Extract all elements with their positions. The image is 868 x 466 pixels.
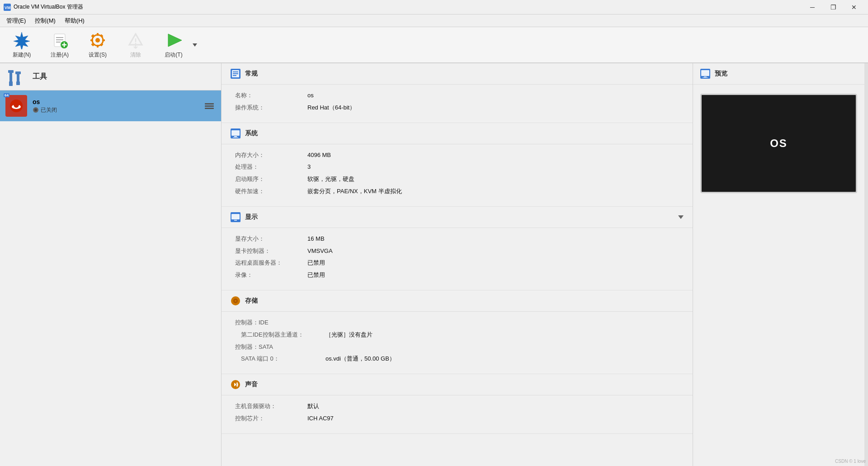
detail-label: 主机音频驱动： — [235, 402, 307, 411]
detail-value: 3 — [307, 162, 311, 172]
section-sound-header: 声音 — [222, 374, 693, 395]
svg-rect-27 — [9, 81, 13, 86]
section-system-body: 内存大小： 4096 MB 处理器： 3 启动顺序： 软驱，光驱，硬盘 硬件加速… — [222, 144, 693, 206]
section-sound-body: 主机音频驱动： 默认 控制芯片： ICH AC97 — [222, 395, 693, 433]
vm-os-icon — [9, 99, 23, 113]
start-dropdown-button[interactable] — [192, 29, 198, 61]
detail-row: 主机音频驱动： 默认 — [235, 402, 679, 411]
preview-screen-text: OS — [770, 137, 788, 150]
section-storage-body: 控制器：IDE 第二IDE控制器主通道： ［光驱］没有盘片 控制器：SATA S… — [222, 312, 693, 374]
detail-value: ICH AC97 — [307, 414, 334, 423]
section-display-title: 显示 — [245, 213, 258, 221]
detail-row: 远程桌面服务器： 已禁用 — [235, 258, 679, 268]
start-icon — [165, 31, 183, 49]
detail-row: 内存大小： 4096 MB — [235, 151, 679, 160]
toolbar-new-button[interactable]: 新建(N) — [4, 29, 40, 61]
section-display: 显示 显存大小： 16 MB 显卡控制器： VMSVGA 远程桌面服务器： — [222, 207, 693, 290]
toolbar-settings-label: 设置(S) — [89, 51, 107, 59]
section-general-title: 常规 — [245, 70, 258, 78]
detail-label: 处理器： — [235, 162, 307, 172]
toolbar-start-button[interactable]: 启动(T) — [156, 29, 192, 61]
svg-point-36 — [13, 102, 20, 105]
tools-icon — [7, 68, 27, 86]
detail-row: 操作系统： Red Hat（64-bit） — [235, 103, 679, 113]
vm-menu-icon[interactable] — [203, 101, 216, 111]
maximize-button[interactable]: ❐ — [823, 0, 844, 14]
svg-rect-45 — [231, 130, 240, 136]
detail-value: VMSVGA — [307, 247, 333, 256]
svg-rect-43 — [233, 75, 236, 76]
detail-label: 内存大小： — [235, 151, 307, 160]
vm-item-os[interactable]: 64 os 已关闭 — [0, 90, 221, 121]
svg-rect-56 — [701, 70, 709, 76]
section-display-header: 显示 — [222, 207, 693, 228]
svg-rect-13 — [97, 45, 99, 48]
detail-label: 启动顺序： — [235, 175, 307, 184]
toolbar-new-label: 新建(N) — [13, 51, 31, 59]
detail-label: SATA 端口 0： — [235, 354, 326, 364]
detail-label: 控制芯片： — [235, 414, 307, 423]
svg-marker-26 — [168, 34, 182, 47]
svg-rect-42 — [233, 73, 238, 74]
menu-help[interactable]: 帮助(H) — [60, 15, 89, 27]
vm-status-icon — [33, 107, 39, 113]
detail-row: SATA 端口 0： os.vdi（普通，50.00 GB） — [235, 354, 679, 364]
detail-row: 名称： os — [235, 91, 679, 100]
vm-name: os — [33, 98, 198, 105]
svg-rect-19 — [100, 34, 103, 37]
display-icon — [231, 212, 241, 222]
svg-rect-29 — [8, 70, 14, 73]
new-icon — [13, 31, 31, 49]
svg-rect-15 — [102, 39, 105, 41]
detail-row: 显卡控制器： VMSVGA — [235, 247, 679, 256]
display-collapse-icon[interactable] — [678, 215, 684, 219]
detail-label: 控制器：SATA — [235, 342, 307, 352]
toolbar-register-button[interactable]: 注册(A) — [42, 29, 78, 61]
svg-rect-17 — [100, 43, 103, 46]
right-scrollbar[interactable] — [864, 63, 868, 466]
vm-64-badge: 64 — [4, 93, 9, 97]
detail-value: 已禁用 — [307, 258, 325, 268]
detail-row: 控制器：SATA — [235, 342, 679, 352]
close-button[interactable]: ✕ — [844, 0, 864, 14]
detail-value: ［光驱］没有盘片 — [326, 330, 373, 340]
detail-row: 硬件加速： 嵌套分页，PAE/NX，KVM 半虚拟化 — [235, 187, 679, 196]
tools-label: 工具 — [33, 72, 47, 81]
section-general: 常规 名称： os 操作系统： Red Hat（64-bit） — [222, 63, 693, 123]
toolbar-settings-button[interactable]: 设置(S) — [80, 29, 116, 61]
vm-info: os 已关闭 — [33, 98, 198, 114]
right-panel: 常规 名称： os 操作系统： Red Hat（64-bit） — [222, 63, 868, 466]
section-display-body: 显存大小： 16 MB 显卡控制器： VMSVGA 远程桌面服务器： 已禁用 录… — [222, 228, 693, 290]
menu-manage[interactable]: 管理(E) — [2, 15, 30, 27]
toolbar-clear-button[interactable]: 清除 — [118, 29, 154, 61]
toolbar-start-label: 启动(T) — [165, 51, 182, 59]
app-icon: VM — [4, 4, 11, 11]
section-storage-title: 存储 — [245, 297, 258, 305]
start-dropdown-chevron — [193, 43, 197, 47]
section-general-body: 名称： os 操作系统： Red Hat（64-bit） — [222, 85, 693, 123]
detail-label: 操作系统： — [235, 103, 307, 113]
detail-label: 名称： — [235, 91, 307, 100]
svg-point-11 — [95, 38, 100, 43]
section-system-title: 系统 — [245, 129, 258, 138]
section-system: 系统 内存大小： 4096 MB 处理器： 3 启动顺序： 软驱，光驱，硬盘 — [222, 123, 693, 207]
settings-icon — [89, 31, 107, 49]
storage-icon — [231, 296, 241, 306]
detail-row: 启动顺序： 软驱，光驱，硬盘 — [235, 175, 679, 184]
svg-rect-32 — [15, 71, 21, 74]
menu-control[interactable]: 控制(M) — [30, 15, 60, 27]
preview-icon — [700, 69, 710, 79]
title-bar-left: VM Oracle VM VirtualBox 管理器 — [4, 3, 83, 11]
toolbar-register-label: 注册(A) — [51, 51, 69, 59]
section-storage: 存储 控制器：IDE 第二IDE控制器主通道： ［光驱］没有盘片 控制器：SAT… — [222, 290, 693, 374]
svg-marker-2 — [14, 32, 30, 49]
detail-value: 16 MB — [307, 234, 325, 244]
detail-label: 控制器：IDE — [235, 318, 307, 328]
minimize-button[interactable]: ─ — [802, 0, 823, 14]
system-icon — [231, 128, 241, 138]
detail-panel: 常规 名称： os 操作系统： Red Hat（64-bit） — [222, 63, 693, 466]
preview-panel: 预览 OS — [693, 63, 864, 466]
detail-value: Red Hat（64-bit） — [307, 103, 355, 113]
detail-value: os.vdi（普通，50.00 GB） — [326, 354, 395, 364]
svg-rect-47 — [233, 137, 238, 138]
